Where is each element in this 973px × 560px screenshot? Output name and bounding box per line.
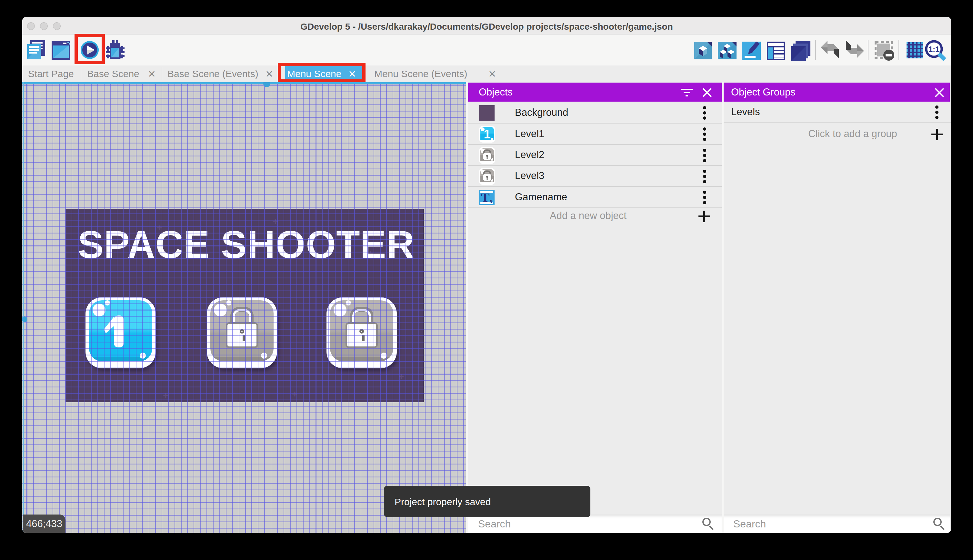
svg-text:1:1: 1:1 — [928, 45, 940, 53]
svg-text:x: x — [489, 197, 493, 205]
svg-text:T: T — [481, 190, 490, 205]
svg-text:1: 1 — [483, 127, 490, 141]
